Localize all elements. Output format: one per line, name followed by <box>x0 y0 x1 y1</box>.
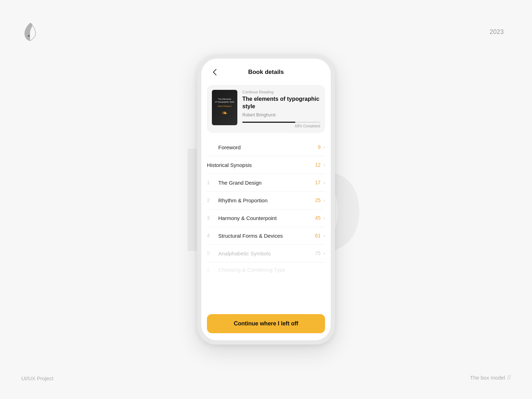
book-card[interactable]: The Elementsof Typographic Style Robert … <box>207 85 325 133</box>
chevron-right-icon: › <box>323 233 325 238</box>
toc-item-foreword[interactable]: Foreword 9 › <box>207 139 325 156</box>
book-cover-image: The Elementsof Typographic Style Robert … <box>212 90 237 125</box>
book-info: Continue Reading The elements of typogra… <box>242 90 320 128</box>
chapter-page: 9 <box>318 144 321 150</box>
logo <box>21 21 39 44</box>
chapter-page: 25 <box>315 197 321 203</box>
chapter-num: 6 <box>207 267 215 272</box>
chapter-title: Structural Forms & Devices <box>218 233 315 239</box>
chapter-num: 4 <box>207 233 215 238</box>
phone-frame: Book details The Elementsof Typographic … <box>197 54 335 345</box>
chapter-page: 61 <box>315 233 321 238</box>
chapter-title: Choosing & Combining Type <box>218 267 325 273</box>
chapter-title: Harmony & Counterpoint <box>218 215 315 221</box>
chapter-num: 2 <box>207 197 215 203</box>
year-label: 2023 <box>490 28 504 36</box>
toc-item-ch6-partial: 6 Choosing & Combining Type <box>207 262 325 274</box>
back-button[interactable] <box>208 66 221 79</box>
page-title: Book details <box>248 69 284 76</box>
continue-button[interactable]: Continue where I left off <box>207 314 325 333</box>
section-title: Historical Synopsis <box>207 162 315 168</box>
section-page: 12 <box>315 162 321 168</box>
toc-item-ch5[interactable]: 5 Analphabetic Symbols 75 › <box>207 245 325 262</box>
chapter-page: 17 <box>315 180 321 185</box>
book-author: Robert Bringhurst <box>242 112 320 117</box>
chapter-num: 1 <box>207 180 215 185</box>
progress-label: 68% Completed <box>242 124 320 128</box>
progress-bar-container: 68% Completed <box>242 122 320 128</box>
progress-track <box>242 122 320 123</box>
toc-item-ch4[interactable]: 4 Structural Forms & Devices 61 › <box>207 227 325 245</box>
slashes-decoration: // <box>507 374 511 381</box>
chevron-right-icon: › <box>323 180 325 185</box>
chapter-page: 75 <box>315 250 321 256</box>
chapter-page: 45 <box>315 215 321 221</box>
chapter-title: Rhythm & Proportion <box>218 197 315 203</box>
toc-item-ch1[interactable]: 1 The Grand Design 17 › <box>207 174 325 192</box>
cover-author: Robert Bringhurst <box>218 105 231 107</box>
chapter-num: 5 <box>207 250 215 256</box>
chevron-right-icon: › <box>323 215 325 221</box>
screen-header: Book details <box>201 59 331 82</box>
phone-screen: Book details The Elementsof Typographic … <box>201 59 331 340</box>
svg-point-0 <box>28 35 30 37</box>
toc-item-ch2[interactable]: 2 Rhythm & Proportion 25 › <box>207 192 325 209</box>
chapter-title: Analphabetic Symbols <box>218 250 315 256</box>
cover-decoration-icon: ❧ <box>222 109 228 117</box>
cover-title: The Elementsof Typographic Style <box>215 98 234 104</box>
toc-list: Foreword 9 › Historical Synopsis 12 › 1 … <box>201 139 331 314</box>
progress-fill <box>242 122 295 123</box>
chevron-right-icon: › <box>323 144 325 150</box>
chapter-title: The Grand Design <box>218 180 315 186</box>
chapter-title: Foreword <box>218 144 318 150</box>
chapter-num: 3 <box>207 215 215 221</box>
screen-content: Book details The Elementsof Typographic … <box>201 59 331 340</box>
toc-item-ch3[interactable]: 3 Harmony & Counterpoint 45 › <box>207 209 325 227</box>
box-model-label: The box model // <box>470 374 511 381</box>
chevron-right-icon: › <box>323 250 325 256</box>
chevron-right-icon: › <box>323 162 325 168</box>
book-title: The elements of typographic style <box>242 96 320 110</box>
project-label: UI/UX Project <box>21 375 53 381</box>
continue-reading-label: Continue Reading <box>242 90 320 94</box>
chevron-right-icon: › <box>323 197 325 203</box>
toc-item-historical-synopsis[interactable]: Historical Synopsis 12 › <box>207 156 325 174</box>
